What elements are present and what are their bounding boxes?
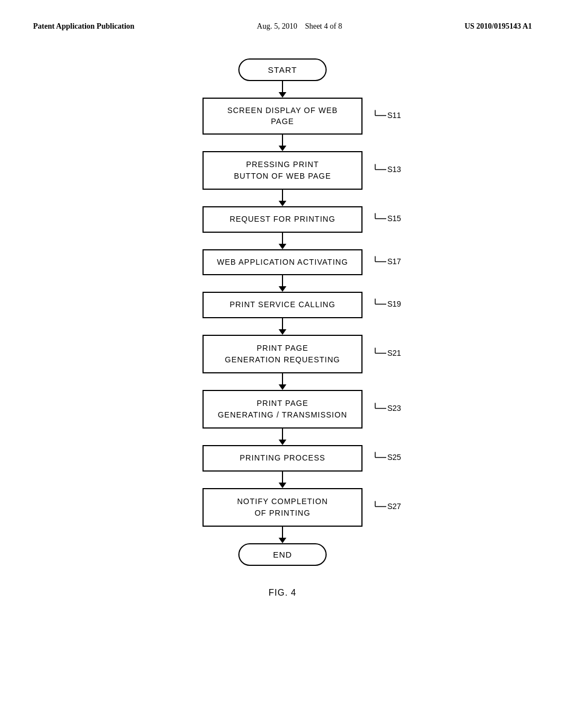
svg-text:S13: S13: [387, 165, 401, 174]
header-center: Aug. 5, 2010 Sheet 4 of 8: [257, 22, 342, 31]
s21-process: PRINT PAGEGENERATION REQUESTING: [202, 335, 363, 373]
header-patent-number: US 2010/0195143 A1: [465, 22, 532, 31]
arrow-9: [279, 472, 286, 488]
diagram-area: START SCREEN DISPLAY OF WEB PAGE S11 PRE…: [0, 42, 565, 598]
page-header: Patent Application Publication Aug. 5, 2…: [0, 0, 565, 42]
header-date: Aug. 5, 2010: [257, 22, 297, 30]
s13-process: PRESSING PRINTBUTTON OF WEB PAGE: [202, 151, 363, 190]
header-sheet: Sheet 4 of 8: [305, 22, 342, 30]
s19-wrapper: PRINT SERVICE CALLING S19: [202, 292, 363, 318]
svg-text:S15: S15: [387, 213, 401, 222]
s25-wrapper: PRINTING PROCESS S25: [202, 445, 363, 472]
s23-process: PRINT PAGEGENERATING / TRANSMISSION: [202, 390, 363, 429]
s17-wrapper: WEB APPLICATION ACTIVATING S17: [202, 249, 363, 276]
s27-wrapper: NOTIFY COMPLETIONOF PRINTING S27: [202, 488, 363, 527]
s17-process: WEB APPLICATION ACTIVATING: [202, 249, 363, 276]
svg-text:S21: S21: [387, 348, 401, 357]
s25-process: PRINTING PROCESS: [202, 445, 363, 472]
header-publication-label: Patent Application Publication: [33, 22, 135, 31]
s15-wrapper: REQUEST FOR PRINTING S15: [202, 206, 363, 233]
s13-wrapper: PRESSING PRINTBUTTON OF WEB PAGE S13: [202, 151, 363, 190]
arrow-8: [279, 429, 286, 445]
arrow-7: [279, 373, 286, 390]
svg-text:S23: S23: [387, 403, 401, 412]
start-terminal: START: [238, 58, 327, 81]
s27-process: NOTIFY COMPLETIONOF PRINTING: [202, 488, 363, 527]
s25-label: S25: [375, 452, 406, 464]
end-wrapper: END: [238, 543, 327, 566]
s27-label: S27: [375, 501, 406, 513]
svg-text:S19: S19: [387, 299, 401, 308]
end-terminal: END: [238, 543, 327, 566]
s23-wrapper: PRINT PAGEGENERATING / TRANSMISSION S23: [202, 390, 363, 429]
s11-process: SCREEN DISPLAY OF WEB PAGE: [202, 98, 363, 135]
s17-label: S17: [375, 256, 406, 269]
svg-text:S17: S17: [387, 256, 401, 265]
s13-label: S13: [375, 164, 406, 177]
s19-label: S19: [375, 299, 406, 312]
arrow-6: [279, 318, 286, 335]
s21-label: S21: [375, 347, 406, 360]
s21-wrapper: PRINT PAGEGENERATION REQUESTING S21: [202, 335, 363, 373]
arrow-10: [279, 527, 286, 543]
arrow-5: [279, 275, 286, 292]
s11-label: S11: [375, 110, 406, 122]
arrow-4: [279, 233, 286, 249]
start-wrapper: START: [238, 58, 327, 81]
arrow-2: [279, 135, 286, 151]
s15-label: S15: [375, 213, 406, 226]
s15-process: REQUEST FOR PRINTING: [202, 206, 363, 233]
figure-caption: FIG. 4: [269, 588, 296, 598]
svg-text:S11: S11: [387, 110, 401, 119]
svg-text:S25: S25: [387, 452, 401, 461]
s19-process: PRINT SERVICE CALLING: [202, 292, 363, 318]
arrow-1: [279, 81, 286, 98]
arrow-3: [279, 190, 286, 206]
s11-wrapper: SCREEN DISPLAY OF WEB PAGE S11: [202, 98, 363, 135]
s23-label: S23: [375, 403, 406, 415]
svg-text:S27: S27: [387, 501, 401, 510]
flowchart: START SCREEN DISPLAY OF WEB PAGE S11 PRE…: [145, 58, 420, 566]
